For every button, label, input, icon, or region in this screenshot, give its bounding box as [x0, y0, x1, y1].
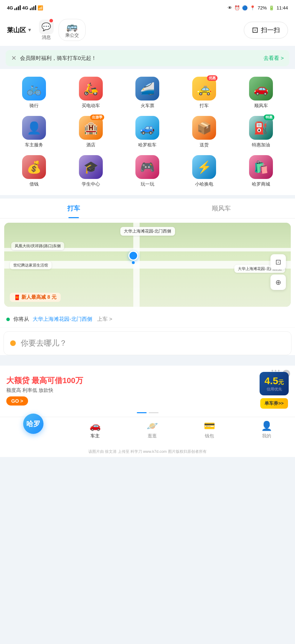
grid-item-battery-swap[interactable]: ⚡ 小哈换电	[176, 153, 233, 189]
new-user-text: 新人最高减 8 元	[21, 294, 56, 300]
nav-home-icon: 哈罗	[23, 414, 43, 434]
battery-percent: 72%	[257, 5, 267, 11]
grid-item-delivery[interactable]: 📦 送货	[176, 114, 233, 150]
wallet-nav-label: 钱包	[205, 433, 214, 439]
gas-label: 特惠加油	[252, 142, 270, 148]
cycling-icon: 🚲	[22, 77, 46, 101]
profile-nav-icon: 👤	[261, 421, 272, 431]
grid-item-car-rental[interactable]: 🚙 哈罗租车	[119, 114, 176, 150]
service-grid: 🚲 骑行 🛵 买电动车 🚄 火车票 优惠 🚕 打车 🚗 顺风车 👤 车主服务	[0, 69, 295, 195]
ad-section: ✕ 大额贷 最高可借100万 额度高 利率低 放款快 GO > 4.5元 信用优…	[0, 366, 295, 417]
carpool-label: 顺风车	[254, 103, 268, 109]
games-icon: 🎮	[135, 155, 159, 179]
grid-row-2: 👤 车主服务 出游季 🏨 酒店 🚙 哈罗租车 📦 送货 特惠 ⛽ 特惠加油	[6, 114, 289, 150]
pickup-suffix: 上车 >	[97, 316, 112, 323]
grid-item-hotel[interactable]: 出游季 🏨 酒店	[62, 114, 119, 150]
destination-dot-icon	[10, 340, 16, 346]
ad-content: 大额贷 最高可借100万 额度高 利率低 放款快 GO > 4.5元 信用优先 …	[6, 372, 289, 409]
location-icon: 📍	[250, 5, 255, 11]
grid-item-cycling[interactable]: 🚲 骑行	[6, 75, 62, 111]
shop-icon: 🛍️	[249, 155, 273, 179]
map-fullscreen-button[interactable]: ⊡	[270, 254, 286, 270]
signal-4g-1: 4G	[7, 5, 13, 11]
delivery-icon: 📦	[192, 116, 216, 140]
messages-label: 消息	[42, 34, 51, 41]
profile-nav-label: 我的	[262, 433, 271, 439]
alarm-icon: ⏰	[234, 5, 240, 11]
grid-item-electric-vehicle[interactable]: 🛵 买电动车	[62, 75, 119, 111]
nav-home-label: 哈罗	[26, 419, 40, 429]
pickup-prefix: 你将从	[13, 316, 29, 323]
signal-bars-1	[14, 5, 21, 10]
nav-wallet[interactable]: 💳 钱包	[204, 421, 215, 439]
nav-home[interactable]: 哈罗	[23, 421, 43, 439]
grid-item-shop[interactable]: 🛍️ 哈罗商城	[233, 153, 289, 189]
tab-carpool-label: 顺风车	[212, 205, 231, 212]
status-bar: 4G 4G 📶 👁 ⏰ 🔵 📍 72% 🔋 11:44	[0, 0, 295, 15]
bus-button[interactable]: 🚌 乘公交	[59, 19, 86, 41]
student-icon: 🎓	[79, 155, 103, 179]
scan-button[interactable]: ⊡ 扫一扫	[244, 22, 288, 39]
new-user-badge: 🧧 新人最高减 8 元	[10, 293, 61, 302]
taxi-label: 打车	[200, 103, 209, 109]
cycling-label: 骑行	[29, 103, 39, 109]
nav-car-owner[interactable]: 🚗 车主	[89, 421, 101, 439]
pickup-row[interactable]: 你将从 大华上海滩花园-北门西侧 上车 >	[0, 311, 295, 328]
grid-item-gas[interactable]: 特惠 ⛽ 特惠加油	[233, 114, 289, 150]
ad-coupon: 4.5元 信用优先	[260, 372, 289, 395]
nav-profile[interactable]: 👤 我的	[261, 421, 272, 439]
ad-highlight: 100万	[62, 376, 83, 385]
hotel-icon: 出游季 🏨	[79, 116, 103, 140]
signal-bars-2	[30, 5, 36, 10]
car-rental-icon: 🚙	[135, 116, 159, 140]
ad-pagination	[271, 370, 280, 372]
ride-tabs: 打车 顺风车	[0, 199, 295, 219]
grid-item-taxi[interactable]: 优惠 🚕 打车	[176, 75, 233, 111]
train-icon: 🚄	[135, 77, 159, 101]
grid-item-train[interactable]: 🚄 火车票	[119, 75, 176, 111]
taxi-badge: 优惠	[207, 75, 217, 81]
pickup-location: 大华上海滩花园-北门西侧	[33, 316, 92, 323]
browse-nav-icon: 🪐	[147, 421, 158, 431]
banner-link[interactable]: 去看看 >	[263, 55, 284, 62]
grid-item-car-owner[interactable]: 👤 车主服务	[6, 114, 62, 150]
location-arrow-icon: ▼	[27, 27, 32, 33]
loan-icon: 💰	[22, 155, 46, 179]
hotel-label: 酒店	[86, 142, 95, 148]
grid-item-games[interactable]: 🎮 玩一玩	[119, 153, 176, 189]
banner-close-button[interactable]: ✕	[11, 54, 16, 62]
ad-dot-2	[275, 370, 276, 372]
red-packet-icon: 🧧	[14, 295, 20, 300]
browse-nav-label: 逛逛	[148, 433, 157, 439]
loan-label: 借钱	[29, 181, 39, 187]
footer-note: 该图片由 徐文清 上传至 科学刀 www.k7d.com 图片版权归原创者所有	[0, 446, 295, 457]
grid-item-loan[interactable]: 💰 借钱	[6, 153, 62, 189]
games-label: 玩一玩	[141, 181, 154, 187]
tab-taxi[interactable]: 打车	[0, 199, 148, 218]
ad-image-section: 4.5元 信用优先 单车券>>	[260, 372, 289, 409]
tab-carpool[interactable]: 顺风车	[148, 199, 295, 218]
ad-go-button[interactable]: GO >	[6, 396, 28, 406]
grid-item-student[interactable]: 🎓 学生中心	[62, 153, 119, 189]
destination-placeholder: 你要去哪儿？	[21, 338, 67, 348]
location-name: 莱山区	[7, 26, 26, 34]
ad-text: 大额贷 最高可借100万 额度高 利率低 放款快 GO >	[6, 375, 255, 406]
grid-item-carpool[interactable]: 🚗 顺风车	[233, 75, 289, 111]
map-container: 大华上海滩花园-北门西侧 凤凰大街/庆祥路(路口)东侧 世纪腾达家居生活馆 大华…	[4, 223, 291, 307]
nav-browse[interactable]: 🪐 逛逛	[147, 421, 158, 439]
electric-vehicle-icon: 🛵	[79, 77, 103, 101]
destination-row[interactable]: 你要去哪儿？	[4, 331, 291, 355]
map-locate-button[interactable]: ⊕	[270, 275, 286, 290]
scan-label: 扫一扫	[261, 26, 280, 34]
electric-vehicle-label: 买电动车	[82, 103, 100, 109]
ad-progress-dots	[6, 412, 289, 413]
ad-dot-1	[271, 370, 273, 372]
pin-circle	[128, 251, 138, 261]
wallet-nav-icon: 💳	[204, 421, 215, 431]
location-button[interactable]: 莱山区 ▼	[7, 26, 32, 34]
section-divider-2	[0, 359, 295, 362]
messages-button[interactable]: 💬 消息	[39, 20, 54, 41]
ticket-badge[interactable]: 单车券>>	[260, 398, 288, 409]
section-divider	[0, 195, 295, 199]
bottom-nav: 哈罗 🚗 车主 🪐 逛逛 💳 钱包 👤 我的	[0, 417, 295, 446]
